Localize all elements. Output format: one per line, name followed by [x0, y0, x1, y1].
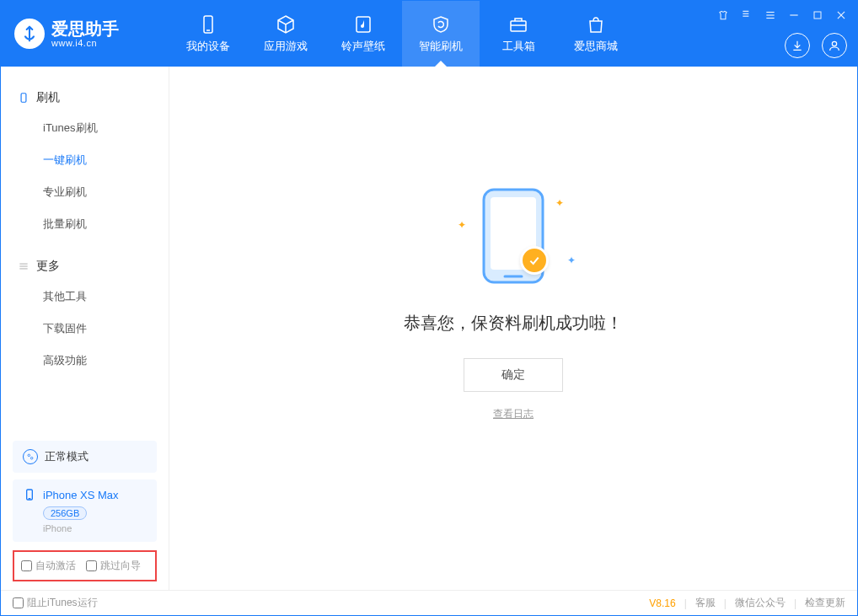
menu-icon[interactable] [739, 8, 754, 23]
more-icon [18, 260, 29, 272]
sidebar-group-more: 更多 其他工具 下载固件 高级功能 [1, 244, 169, 380]
download-icon[interactable] [785, 33, 810, 58]
success-message: 恭喜您，保资料刷机成功啦！ [404, 312, 623, 335]
sidebar-item-itunes-flash[interactable]: iTunes刷机 [1, 112, 169, 144]
skip-guide-input[interactable] [86, 560, 97, 571]
sidebar: 刷机 iTunes刷机 一键刷机 专业刷机 批量刷机 更多 其他工具 下载固件 … [1, 67, 169, 590]
device-icon [197, 13, 219, 35]
device-name: iPhone XS Max [43, 489, 119, 501]
version-label: V8.16 [649, 597, 675, 609]
nav-ringtone-wallpaper[interactable]: 铃声壁纸 [324, 1, 402, 67]
svg-rect-3 [511, 21, 526, 31]
divider: | [724, 597, 727, 609]
skip-guide-label: 跳过向导 [100, 559, 141, 573]
header: 爱思助手 www.i4.cn 我的设备 应用游戏 铃声壁纸 智能刷机 工具箱 爱… [1, 1, 857, 67]
mode-label: 正常模式 [45, 449, 88, 464]
nav-store[interactable]: 爱思商城 [557, 1, 635, 67]
sidebar-bottom: 正常模式 iPhone XS Max 256GB iPhone 自动激活 跳过向… [1, 434, 169, 590]
user-icon[interactable] [822, 33, 847, 58]
nav-label: 应用游戏 [264, 39, 308, 54]
close-button[interactable] [834, 8, 849, 23]
skip-guide-checkbox[interactable]: 跳过向导 [86, 559, 141, 573]
nav-smart-flash[interactable]: 智能刷机 [402, 1, 480, 67]
footer-link-service[interactable]: 客服 [695, 596, 716, 610]
sidebar-item-pro-flash[interactable]: 专业刷机 [1, 176, 169, 208]
svg-point-21 [30, 457, 33, 459]
logo-area: 爱思助手 www.i4.cn [1, 19, 169, 49]
svg-rect-12 [814, 12, 821, 19]
options-highlight-box: 自动激活 跳过向导 [13, 550, 157, 581]
list-icon[interactable] [763, 8, 778, 23]
sidebar-group-title: 刷机 [1, 83, 169, 112]
svg-point-20 [28, 454, 30, 457]
group-title-text: 更多 [36, 259, 60, 274]
device-type: iPhone [43, 523, 147, 533]
minimize-button[interactable] [786, 8, 802, 23]
sidebar-group-title: 更多 [1, 252, 169, 281]
svg-rect-16 [21, 94, 26, 103]
footer: 阻止iTunes运行 V8.16 | 客服 | 微信公众号 | 检查更新 [1, 590, 857, 615]
footer-link-update[interactable]: 检查更新 [805, 596, 845, 610]
nav-label: 智能刷机 [419, 39, 463, 54]
mode-card[interactable]: 正常模式 [13, 441, 157, 473]
sidebar-group-flash: 刷机 iTunes刷机 一键刷机 专业刷机 批量刷机 [1, 75, 169, 244]
success-illustration: ✦ ✦ ✦ [446, 185, 581, 295]
device-capacity: 256GB [43, 506, 87, 520]
nav-label: 铃声壁纸 [341, 39, 385, 54]
block-itunes-checkbox[interactable]: 阻止iTunes运行 [13, 596, 98, 610]
sidebar-item-oneclick-flash[interactable]: 一键刷机 [1, 144, 169, 176]
nav-apps-games[interactable]: 应用游戏 [247, 1, 324, 67]
maximize-button[interactable] [810, 8, 825, 23]
sidebar-item-batch-flash[interactable]: 批量刷机 [1, 208, 169, 240]
body: 刷机 iTunes刷机 一键刷机 专业刷机 批量刷机 更多 其他工具 下载固件 … [1, 67, 857, 590]
phone-small-icon [18, 92, 29, 104]
block-itunes-label: 阻止iTunes运行 [27, 596, 98, 610]
group-title-text: 刷机 [36, 90, 60, 105]
header-right-icons [785, 33, 847, 58]
device-card[interactable]: iPhone XS Max 256GB iPhone [13, 479, 157, 542]
block-itunes-input[interactable] [13, 597, 24, 608]
logo-text: 爱思助手 www.i4.cn [51, 19, 119, 48]
auto-activate-label: 自动激活 [35, 559, 76, 573]
device-phone-icon [23, 488, 36, 501]
nav-label: 工具箱 [502, 39, 535, 54]
footer-right: V8.16 | 客服 | 微信公众号 | 检查更新 [649, 596, 845, 610]
auto-activate-input[interactable] [21, 560, 32, 571]
music-note-icon [352, 13, 374, 35]
divider: | [684, 597, 687, 609]
toolbox-icon [507, 13, 529, 35]
refresh-shield-icon [430, 13, 452, 35]
app-title: 爱思助手 [51, 19, 119, 38]
nav-label: 我的设备 [186, 39, 230, 54]
nav-toolbox[interactable]: 工具箱 [480, 1, 557, 67]
divider: | [794, 597, 796, 609]
sparkle-icon: ✦ [555, 197, 564, 209]
shirt-icon[interactable] [716, 8, 731, 23]
footer-link-wechat[interactable]: 微信公众号 [735, 596, 786, 610]
confirm-button[interactable]: 确定 [464, 358, 563, 392]
cube-icon [275, 13, 297, 35]
sidebar-item-other-tools[interactable]: 其他工具 [1, 281, 169, 313]
mode-icon [23, 449, 38, 464]
nav-my-device[interactable]: 我的设备 [169, 1, 247, 67]
check-badge-icon [520, 246, 549, 275]
svg-point-15 [832, 41, 836, 46]
logo-icon [14, 19, 45, 49]
window-controls [716, 8, 849, 23]
sidebar-item-advanced[interactable]: 高级功能 [1, 345, 169, 377]
sparkle-icon: ✦ [458, 219, 466, 231]
device-row: iPhone XS Max [23, 488, 147, 501]
auto-activate-checkbox[interactable]: 自动激活 [21, 559, 76, 573]
bag-icon [585, 13, 607, 35]
nav-tabs: 我的设备 应用游戏 铃声壁纸 智能刷机 工具箱 爱思商城 [169, 1, 635, 67]
nav-label: 爱思商城 [574, 39, 618, 54]
sparkle-icon: ✦ [567, 254, 576, 266]
app-subtitle: www.i4.cn [51, 38, 119, 48]
main-content: ✦ ✦ ✦ 恭喜您，保资料刷机成功啦！ 确定 查看日志 [169, 67, 857, 590]
sidebar-item-download-firmware[interactable]: 下载固件 [1, 313, 169, 345]
view-log-link[interactable]: 查看日志 [493, 407, 534, 421]
